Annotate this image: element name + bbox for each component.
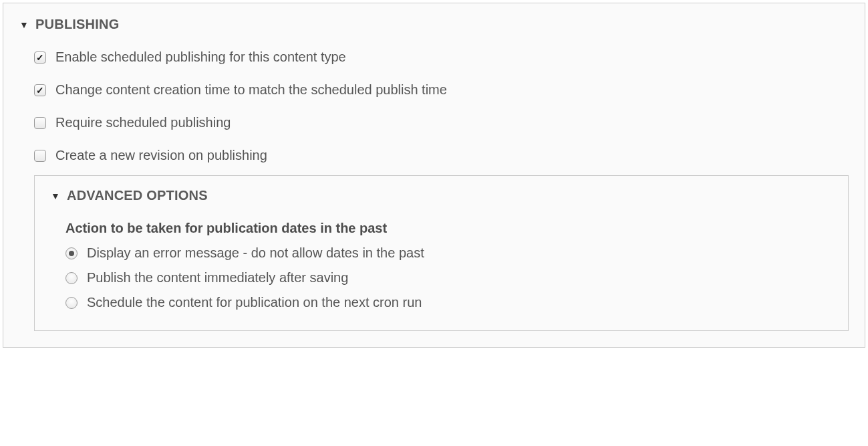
radio-next-cron[interactable] [65, 297, 78, 309]
advanced-options-legend[interactable]: ▼ Advanced options [51, 188, 832, 203]
radio-publish-now[interactable] [65, 272, 78, 284]
past-action-option-publish-now[interactable]: Publish the content immediately after sa… [51, 270, 832, 286]
past-action-option-next-cron[interactable]: Schedule the content for publication on … [51, 295, 832, 310]
publishing-fieldset: ▼ Publishing Enable scheduled publishing… [3, 3, 865, 348]
publishing-options: Enable scheduled publishing for this con… [19, 49, 849, 163]
advanced-options-title: Advanced options [67, 188, 208, 203]
checkbox-require-scheduled[interactable] [34, 117, 46, 129]
option-create-revision[interactable]: Create a new revision on publishing [34, 148, 849, 163]
option-label: Enable scheduled publishing for this con… [55, 49, 346, 65]
option-change-creation-time[interactable]: Change content creation time to match th… [34, 82, 849, 98]
publishing-legend[interactable]: ▼ Publishing [19, 17, 849, 32]
past-action-option-error[interactable]: Display an error message - do not allow … [51, 245, 832, 261]
option-label: Require scheduled publishing [55, 115, 231, 130]
option-enable-scheduled[interactable]: Enable scheduled publishing for this con… [34, 49, 849, 65]
advanced-options-fieldset: ▼ Advanced options Action to be taken fo… [34, 175, 849, 331]
option-require-scheduled[interactable]: Require scheduled publishing [34, 115, 849, 130]
checkbox-change-creation-time[interactable] [34, 84, 46, 96]
disclosure-triangle-icon: ▼ [19, 20, 29, 29]
radio-label: Display an error message - do not allow … [87, 245, 424, 261]
option-label: Change content creation time to match th… [55, 82, 447, 98]
radio-label: Schedule the content for publication on … [87, 295, 422, 310]
option-label: Create a new revision on publishing [55, 148, 267, 163]
checkbox-create-revision[interactable] [34, 150, 46, 162]
radio-error[interactable] [65, 247, 78, 259]
checkbox-enable-scheduled[interactable] [34, 51, 46, 64]
publishing-title: Publishing [35, 17, 119, 32]
disclosure-triangle-icon: ▼ [51, 191, 60, 201]
past-action-label: Action to be taken for publication dates… [51, 221, 832, 236]
radio-label: Publish the content immediately after sa… [87, 270, 348, 286]
